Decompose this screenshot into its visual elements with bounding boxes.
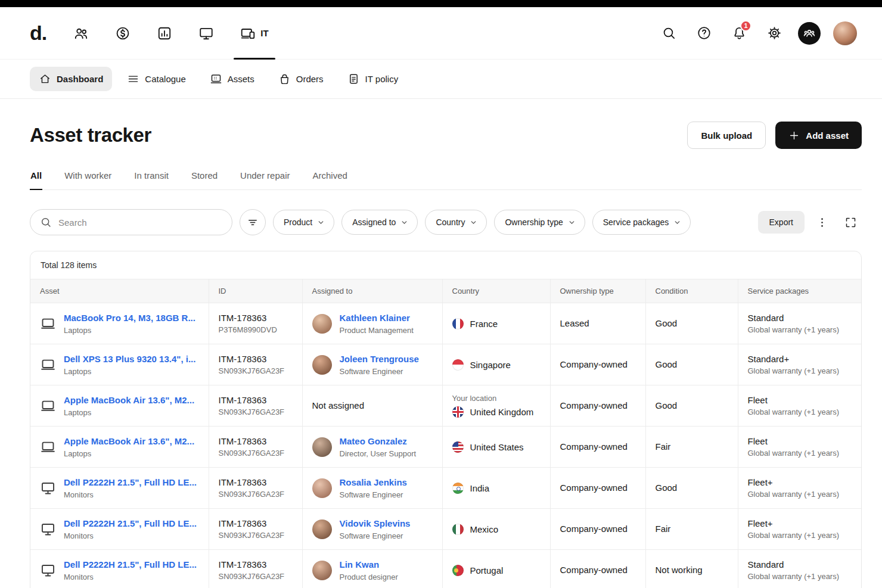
monitor-icon — [40, 562, 56, 578]
condition: Not working — [656, 565, 703, 575]
more-options-button[interactable] — [810, 211, 833, 234]
asset-link[interactable]: Apple MacBook Air 13.6", M2... — [64, 395, 194, 405]
main-nav-finance[interactable] — [108, 7, 137, 59]
table-row[interactable]: Dell P2222H 21.5", Full HD LE...Monitors… — [30, 550, 861, 588]
assignee-link[interactable]: Mateo Gonzalez — [340, 436, 407, 446]
user-avatar[interactable] — [833, 21, 857, 45]
logo[interactable]: d. — [30, 21, 46, 45]
chevron-down-icon — [568, 219, 576, 226]
subnav-orders[interactable]: Orders — [269, 67, 333, 91]
export-button[interactable]: Export — [758, 211, 805, 234]
assignee-link[interactable]: Joleen Trengrouse — [340, 354, 419, 364]
main-nav-workstation[interactable] — [192, 7, 220, 59]
main-content: Asset tracker Bulk upload Add asset AllW… — [0, 122, 882, 588]
asset-link[interactable]: Dell P2222H 21.5", Full HD LE... — [64, 559, 197, 570]
people-icon — [73, 26, 89, 41]
tab-with-worker[interactable]: With worker — [64, 166, 112, 189]
service-package-detail: Global warranty (+1 years) — [748, 572, 852, 581]
asset-link[interactable]: Dell P2222H 21.5", Full HD LE... — [64, 477, 197, 487]
assignee-role: Product Management — [340, 326, 414, 335]
filter-button[interactable] — [240, 209, 266, 235]
filter-dropdown-product[interactable]: Product — [273, 210, 334, 235]
asset-category: Monitors — [64, 573, 197, 581]
bulk-upload-button[interactable]: Bulk upload — [687, 122, 766, 149]
asset-link[interactable]: Dell XPS 13 Plus 9320 13.4", i... — [64, 354, 195, 364]
filter-dropdown-service-packages[interactable]: Service packages — [592, 210, 691, 235]
subnav-catalogue[interactable]: Catalogue — [118, 67, 194, 91]
laptop-icon — [40, 439, 56, 455]
subnav-label: Dashboard — [57, 74, 103, 84]
asset-category: Laptops — [64, 367, 195, 376]
assets-icon — [210, 73, 222, 85]
laptop-icon — [40, 357, 56, 373]
table-row[interactable]: Apple MacBook Air 13.6", M2...LaptopsITM… — [30, 385, 861, 427]
filter-bar: ProductAssigned toCountryOwnership typeS… — [30, 209, 862, 235]
main-nav-people[interactable] — [67, 7, 95, 59]
subnav-it-policy[interactable]: IT policy — [338, 67, 408, 91]
subnav-assets[interactable]: Assets — [201, 67, 263, 91]
asset-link[interactable]: MacBook Pro 14, M3, 18GB R... — [64, 313, 195, 323]
assignee-link[interactable]: Vidovik Splevins — [340, 518, 411, 528]
condition: Good — [656, 359, 678, 369]
table-header-row: AssetIDAssigned toCountryOwnership typeC… — [30, 279, 861, 303]
add-asset-label: Add asset — [806, 130, 849, 141]
ownership-type: Company-owned — [560, 359, 628, 369]
tab-all[interactable]: All — [30, 166, 42, 189]
fullscreen-button[interactable] — [839, 211, 862, 234]
asset-serial: P3T6M8990DVD — [219, 325, 293, 334]
service-package-detail: Global warranty (+1 years) — [748, 407, 852, 416]
subnav-label: Orders — [296, 74, 324, 84]
assignee-link[interactable]: Rosalia Jenkins — [340, 477, 407, 487]
asset-category: Laptops — [64, 408, 194, 417]
orders-icon — [278, 73, 291, 85]
table-row[interactable]: Dell P2222H 21.5", Full HD LE...Monitors… — [30, 468, 861, 509]
search-box[interactable] — [30, 209, 232, 235]
tab-stored[interactable]: Stored — [191, 166, 218, 189]
filter-dropdown-assigned-to[interactable]: Assigned to — [341, 210, 418, 235]
page-title: Asset tracker — [30, 124, 151, 147]
tab-under-repair[interactable]: Under repair — [240, 166, 290, 189]
search-button[interactable] — [657, 22, 680, 45]
tab-archived[interactable]: Archived — [312, 166, 347, 189]
table-row[interactable]: Dell XPS 13 Plus 9320 13.4", i...Laptops… — [30, 344, 861, 385]
asset-id: ITM-178363 — [219, 477, 293, 487]
column-header-service-packages: Service packages — [738, 279, 861, 303]
tab-in-transit[interactable]: In transit — [133, 166, 169, 189]
flag-us-icon — [452, 441, 464, 453]
service-package: Standard — [748, 313, 852, 323]
help-button[interactable] — [692, 22, 715, 45]
chevron-down-icon — [673, 219, 681, 226]
assignee-link[interactable]: Lin Kwan — [340, 559, 380, 570]
assignee-avatar — [312, 561, 332, 580]
bar-chart-icon — [157, 26, 172, 41]
laptop-icon — [40, 398, 56, 414]
table-row[interactable]: Apple MacBook Air 13.6", M2...LaptopsITM… — [30, 427, 861, 468]
assignee-role: Director, User Support — [340, 449, 417, 458]
search-icon — [662, 26, 676, 41]
asset-link[interactable]: Apple MacBook Air 13.6", M2... — [64, 436, 194, 446]
settings-button[interactable] — [763, 22, 785, 45]
assignee-link[interactable]: Kathleen Klainer — [340, 313, 410, 323]
filter-dropdown-ownership-type[interactable]: Ownership type — [494, 210, 585, 235]
table-row[interactable]: MacBook Pro 14, M3, 18GB R...LaptopsITM-… — [30, 303, 861, 344]
filter-lines-icon — [247, 216, 259, 228]
main-nav-reports[interactable] — [150, 7, 179, 59]
flag-fr-icon — [452, 318, 464, 329]
add-asset-button[interactable]: Add asset — [775, 122, 862, 149]
table-row[interactable]: Dell P2222H 21.5", Full HD LE...Monitors… — [30, 509, 861, 550]
main-nav-it[interactable]: IT — [234, 7, 275, 59]
search-input[interactable] — [30, 209, 232, 235]
ownership-type: Company-owned — [560, 565, 628, 575]
assignee-avatar — [312, 355, 332, 375]
service-package: Fleet+ — [748, 477, 852, 487]
team-button[interactable] — [798, 22, 821, 45]
notifications-button[interactable]: 1 — [728, 22, 750, 45]
subnav-dashboard[interactable]: Dashboard — [30, 67, 112, 91]
monitor-icon — [40, 521, 56, 537]
chevron-down-icon — [470, 219, 477, 226]
chevron-down-icon — [317, 219, 325, 226]
filter-dropdown-country[interactable]: Country — [425, 210, 487, 235]
asset-link[interactable]: Dell P2222H 21.5", Full HD LE... — [64, 518, 197, 528]
service-package: Fleet — [748, 395, 852, 405]
country-name: India — [470, 483, 490, 493]
